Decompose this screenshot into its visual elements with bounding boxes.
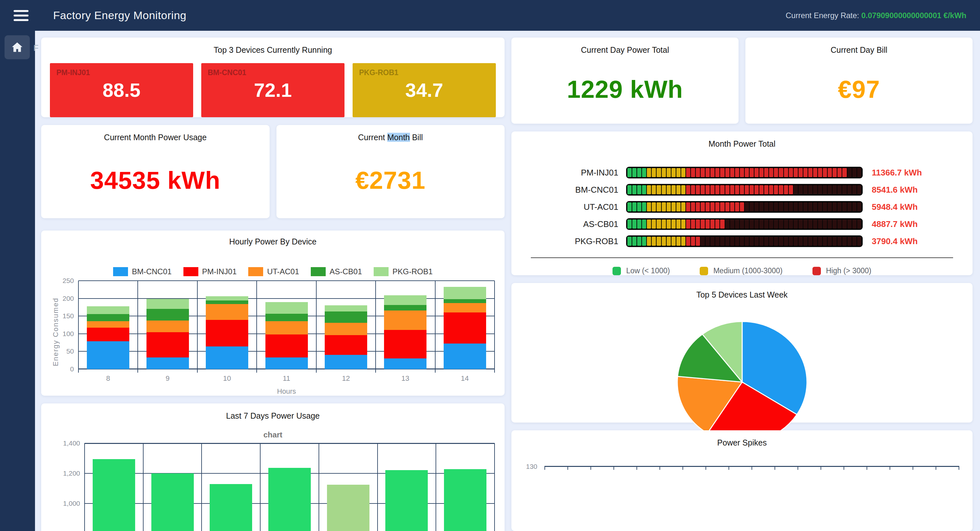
stacked-bar[interactable] (266, 302, 308, 369)
bar-segment[interactable] (87, 321, 129, 328)
bar-segment[interactable] (325, 305, 367, 311)
bar[interactable] (385, 470, 428, 531)
bar-segment[interactable] (325, 335, 367, 355)
bar-segment[interactable] (206, 346, 248, 369)
divider (531, 257, 953, 258)
bar-segment[interactable] (384, 330, 426, 358)
bar-segment[interactable] (384, 295, 426, 305)
sidebar-item-home[interactable] (5, 35, 30, 59)
bar-segment[interactable] (146, 309, 189, 320)
gauge-segment (740, 220, 744, 228)
bar-segment[interactable] (146, 320, 189, 332)
axis-tick (316, 369, 317, 372)
legend-item[interactable]: PKG-ROB1 (374, 267, 433, 276)
stacked-bar[interactable] (206, 296, 248, 369)
bar-segment[interactable] (325, 355, 367, 369)
bar[interactable] (268, 468, 311, 531)
gauge-segment (832, 237, 837, 246)
bar-segment[interactable] (146, 357, 189, 369)
bar-segment[interactable] (206, 304, 248, 320)
legend-item[interactable]: UT-AC01 (248, 267, 299, 276)
bar-segment[interactable] (146, 299, 189, 309)
bar-segment[interactable] (87, 341, 129, 369)
bar-segment[interactable] (266, 302, 308, 314)
bar-segment[interactable] (444, 299, 486, 303)
axis-tick (256, 369, 257, 372)
gauge-segment (627, 237, 632, 246)
hamburger-menu-icon[interactable] (14, 10, 29, 21)
bar-segment[interactable] (444, 344, 486, 369)
gauge-segment (662, 220, 666, 228)
gauge-segment (676, 168, 681, 177)
device-tile[interactable]: PKG-ROB134.7 (353, 63, 496, 117)
gauge-segment (823, 185, 827, 194)
gridline (377, 443, 378, 531)
bar-segment[interactable] (444, 287, 486, 299)
bar-segment[interactable] (266, 314, 308, 321)
bar-segment[interactable] (87, 306, 129, 314)
stacked-bar[interactable] (87, 306, 129, 369)
legend-item[interactable]: AS-CB01 (311, 267, 362, 276)
stacked-bar[interactable] (384, 295, 426, 369)
chart-title: Power Spikes (511, 430, 972, 447)
stacked-bar[interactable] (146, 299, 189, 369)
bar-segment[interactable] (266, 357, 308, 369)
gauge-segment (749, 185, 754, 194)
bar[interactable] (151, 473, 194, 531)
stacked-bar[interactable] (325, 305, 367, 369)
gauge-segment (720, 185, 724, 194)
gauge-segment (789, 168, 793, 177)
power-spikes-chart[interactable]: 130 (545, 466, 959, 531)
gauge-segment (779, 237, 783, 246)
last7-bar-chart[interactable]: 1,4001,2001,000 (84, 443, 495, 531)
gauge-segment (784, 237, 788, 246)
legend-item[interactable]: PM-INJ01 (183, 267, 237, 276)
gauge-segment (799, 202, 803, 211)
top5-pie-chart[interactable] (674, 320, 810, 444)
stacked-bar[interactable] (444, 287, 486, 369)
gauge-segment (759, 185, 764, 194)
gauge-segment (848, 237, 852, 246)
sidebar-nav: F (0, 31, 35, 531)
gauge-segment (823, 202, 827, 211)
bar-segment[interactable] (266, 321, 308, 334)
device-tile[interactable]: PM-INJ0188.5 (50, 63, 193, 117)
axis-tick (660, 466, 660, 470)
axis-tick (137, 369, 138, 372)
bar-segment[interactable] (384, 305, 426, 310)
bar-segment[interactable] (146, 332, 189, 357)
bar-segment[interactable] (87, 314, 129, 321)
bar[interactable] (210, 484, 252, 531)
gauge-segment (667, 168, 671, 177)
gauge-segment (759, 220, 764, 228)
bar-segment[interactable] (206, 300, 248, 304)
card-month-bill: Current Month Bill €2731 (277, 125, 505, 218)
selected-text: Month (387, 133, 410, 142)
bar-segment[interactable] (444, 312, 486, 344)
chart-title: Last 7 Days Power Usage (41, 403, 504, 421)
hourly-stacked-bar-chart[interactable]: 050100150200250 (78, 281, 495, 369)
bar[interactable] (327, 485, 369, 531)
bar-segment[interactable] (325, 311, 367, 323)
legend-swatch (248, 267, 263, 276)
bar-segment[interactable] (384, 311, 426, 330)
bar-segment[interactable] (206, 296, 248, 300)
legend-label: High (> 3000) (826, 266, 872, 275)
dashboard-root: Factory Energy Monitoring Current Energy… (0, 0, 980, 531)
bar-segment[interactable] (444, 303, 486, 312)
gauge-value: 8541.6 kWh (872, 185, 918, 195)
bar-segment[interactable] (325, 323, 367, 335)
bar-segment[interactable] (384, 358, 426, 369)
gridline (78, 281, 79, 369)
gauge-segment (848, 185, 852, 194)
bar-segment[interactable] (266, 334, 308, 357)
gauge-segment (632, 202, 636, 211)
device-tile[interactable]: BM-CNC0172.1 (201, 63, 345, 117)
gauge-segment (637, 220, 641, 228)
legend-item[interactable]: BM-CNC01 (113, 267, 172, 276)
bar[interactable] (444, 469, 487, 531)
bar-segment[interactable] (206, 320, 248, 346)
bar[interactable] (93, 459, 135, 531)
bar-segment[interactable] (87, 328, 129, 341)
gauge-segment (691, 185, 695, 194)
